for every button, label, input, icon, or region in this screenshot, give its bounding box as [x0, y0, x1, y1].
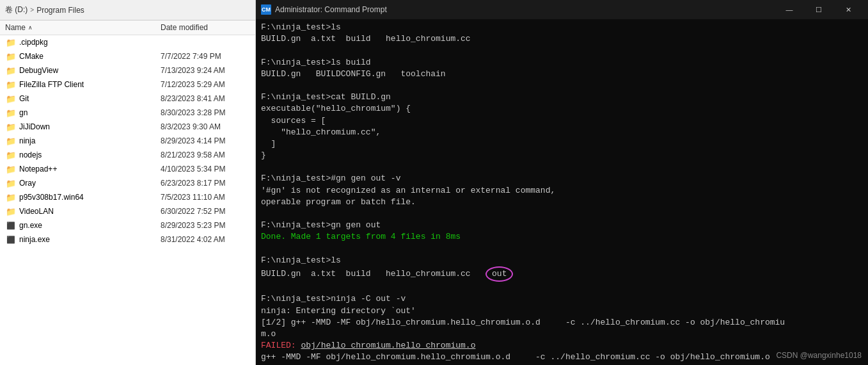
col-date-header[interactable]: Date modified [161, 23, 250, 32]
cmd-line: F:\ninja_test>ninja -C out -v [261, 293, 863, 305]
file-item[interactable]: 📁 Git 8/23/2023 8:41 AM [0, 92, 255, 106]
cmd-prompt-text: F:\ninja_test>ninja -C out -v [261, 294, 406, 304]
explorer-column-headers: Name ∧ Date modified [0, 20, 255, 35]
folder-icon: 📁 [5, 150, 17, 160]
file-name: nodejs [19, 150, 161, 159]
folder-icon: 📁 [5, 108, 17, 118]
file-item[interactable]: 📁 Oray 6/23/2023 8:17 PM [0, 176, 255, 190]
file-date: 8/29/2023 5:23 PM [161, 221, 250, 230]
cmd-line: "hello_chromium.cc", [261, 127, 863, 138]
file-name: CMake [19, 52, 161, 61]
cmd-line: executable("hello_chromium") { [261, 103, 863, 115]
cmd-output-text: } [261, 150, 266, 160]
folder-icon: 📁 [5, 192, 17, 202]
file-item[interactable]: 📁 JiJiDown 8/3/2023 9:30 AM [0, 120, 255, 134]
cmd-prompt-text: F:\ninja_test>ls build [261, 58, 371, 67]
file-item[interactable]: 📁 gn 8/30/2023 3:28 PM [0, 106, 255, 120]
cmd-line: BUILD.gn a.txt build hello_chromium.cc o… [261, 266, 863, 282]
file-date: 7/7/2022 7:49 PM [161, 52, 250, 61]
file-name: ninja.exe [19, 235, 161, 244]
col-name-label: Name [5, 23, 26, 32]
file-name: p95v308b17.win64 [19, 193, 161, 202]
close-button[interactable]: ✕ [833, 0, 863, 19]
cmd-line: sources = [ [261, 115, 863, 127]
file-date: 8/23/2023 8:41 AM [161, 94, 250, 103]
cmd-line: F:\ninja_test>ls [261, 22, 863, 33]
cmd-output-text: executable("hello_chromium") { [261, 104, 411, 113]
file-explorer: 卷 (D:) > Program Files Name ∧ Date modif… [0, 0, 256, 365]
file-name: Git [19, 94, 161, 103]
cmd-prompt-text: F:\ninja_test>cat BUILD.gn [261, 92, 391, 102]
folder-icon: 📁 [5, 65, 17, 76]
cmd-line: F:\ninja_test>gn gen out [261, 220, 863, 231]
file-date: 8/21/2023 9:58 AM [161, 150, 250, 159]
folder-icon: 📁 [5, 178, 17, 188]
cmd-line [261, 45, 863, 56]
cmd-line: ] [261, 138, 863, 150]
file-item[interactable]: 📁 FileZilla FTP Client 7/12/2023 5:29 AM [0, 77, 255, 92]
breadcrumb: 卷 (D:) > Program Files [0, 0, 255, 20]
cmd-line [261, 80, 863, 92]
cmd-line: F:\ninja_test>ls [261, 255, 863, 266]
file-date: 6/23/2023 8:17 PM [161, 179, 250, 188]
breadcrumb-drive: 卷 (D:) [5, 4, 28, 15]
cmd-prompt-text: F:\ninja_test>gn gen out [261, 220, 381, 230]
cmd-line [261, 208, 863, 220]
cmd-content[interactable]: F:\ninja_test>lsBUILD.gn a.txt build hel… [256, 19, 868, 365]
exe-icon: ⬛ [5, 234, 17, 245]
cmd-title: Administrator: Command Prompt [275, 5, 771, 14]
file-date: 8/31/2022 4:02 AM [161, 235, 250, 244]
cmd-output-text: "hello_chromium.cc", [261, 127, 381, 137]
cmd-line: FAILED: obj/hello_chromium.hello_chromiu… [261, 340, 863, 352]
exe-icon: ⬛ [5, 220, 17, 231]
folder-icon: 📁 [5, 206, 17, 216]
file-name: .cipdpkg [19, 38, 161, 47]
file-item[interactable]: 📁 .cipdpkg [0, 35, 255, 49]
file-item[interactable]: 📁 p95v308b17.win64 7/5/2023 11:10 AM [0, 190, 255, 204]
file-item[interactable]: 📁 ninja 8/29/2023 4:14 PM [0, 134, 255, 148]
file-name: Oray [19, 179, 161, 188]
breadcrumb-folder[interactable]: Program Files [36, 6, 84, 15]
cmd-line [261, 161, 863, 173]
cmd-line: F:\ninja_test>cat BUILD.gn [261, 92, 863, 103]
cmd-error-text: '#gn' is not recognized as an internal o… [261, 186, 555, 195]
file-date: 7/12/2023 5:29 AM [161, 80, 250, 89]
file-item[interactable]: ⬛ gn.exe 8/29/2023 5:23 PM [0, 218, 255, 232]
file-item[interactable]: 📁 VideoLAN 6/30/2022 7:52 PM [0, 204, 255, 218]
file-item[interactable]: ⬛ ninja.exe 8/31/2022 4:02 AM [0, 232, 255, 247]
cmd-titlebar: CM Administrator: Command Prompt — ☐ ✕ [256, 0, 868, 19]
breadcrumb-arrow1: > [30, 6, 34, 13]
file-name: gn.exe [19, 221, 161, 230]
cmd-output-text: BUILD.gn a.txt build hello_chromium.cc [261, 34, 471, 44]
cmd-line: '#gn' is not recognized as an internal o… [261, 185, 863, 197]
cmd-done-text: Done. Made 1 targets from 4 files in 8ms [261, 232, 461, 241]
file-item[interactable]: 📁 DebugView 7/13/2023 9:24 AM [0, 63, 255, 77]
maximize-button[interactable]: ☐ [804, 0, 833, 19]
cmd-failed-label: FAILED: [261, 341, 301, 350]
folder-icon: 📁 [5, 93, 17, 104]
file-name: gn [19, 108, 161, 117]
cmd-line: [1/2] g++ -MMD -MF obj/hello_chromium.he… [261, 317, 863, 328]
col-name-header[interactable]: Name ∧ [5, 23, 161, 32]
cmd-line: ninja: Entering directory `out' [261, 305, 863, 317]
sort-icon: ∧ [28, 24, 33, 31]
window-controls: — ☐ ✕ [775, 0, 863, 19]
cmd-line: Done. Made 1 targets from 4 files in 8ms [261, 231, 863, 243]
file-item[interactable]: 📁 CMake 7/7/2022 7:49 PM [0, 49, 255, 63]
folder-icon: 📁 [5, 51, 17, 61]
cmd-failed-file: obj/hello_chromium.hello_chromium.o [301, 341, 475, 350]
folder-icon: 📁 [5, 37, 17, 47]
cmd-prompt-text: F:\ninja_test>ls [261, 22, 341, 32]
cmd-wrapper: CM Administrator: Command Prompt — ☐ ✕ F… [256, 0, 868, 365]
file-item[interactable]: 📁 Notepad++ 4/10/2023 5:34 PM [0, 162, 255, 176]
cmd-output-text: ninja: Entering directory `out' [261, 306, 416, 316]
file-date: 7/13/2023 9:24 AM [161, 66, 250, 75]
cmd-output-text: ] [261, 139, 276, 149]
file-item[interactable]: 📁 nodejs 8/21/2023 9:58 AM [0, 148, 255, 162]
file-date: 8/29/2023 4:14 PM [161, 136, 250, 145]
folder-icon: 📁 [5, 79, 17, 90]
file-date: 7/5/2023 11:10 AM [161, 193, 250, 202]
cmd-line: operable program or batch file. [261, 197, 863, 208]
folder-icon: 📁 [5, 122, 17, 132]
minimize-button[interactable]: — [775, 0, 804, 19]
